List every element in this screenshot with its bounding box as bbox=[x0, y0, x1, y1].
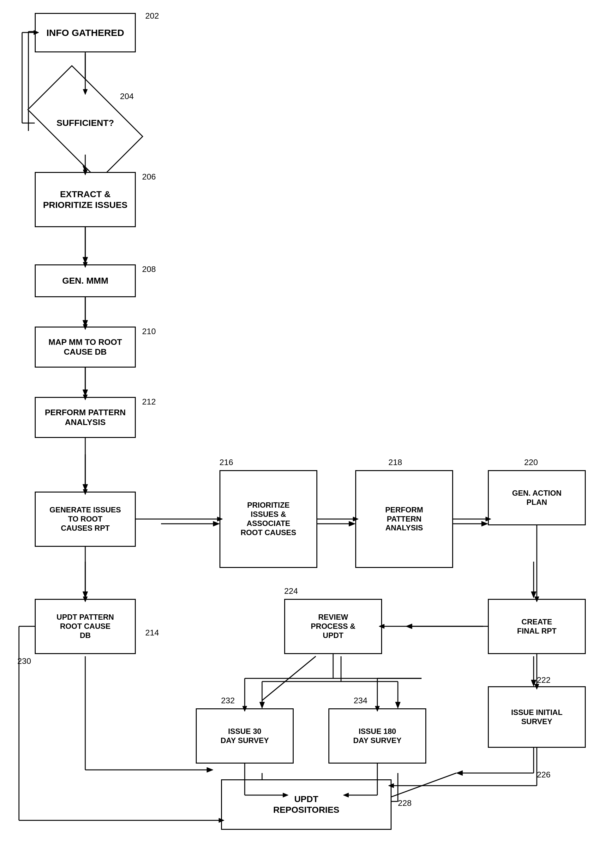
prioritize-box: PRIORITIZEISSUES &ASSOCIATEROOT CAUSES bbox=[219, 470, 317, 568]
svg-marker-34 bbox=[406, 624, 412, 629]
gen-action-box: GEN. ACTIONPLAN bbox=[488, 470, 586, 525]
svg-marker-12 bbox=[83, 390, 88, 396]
issue-30-box: ISSUE 30DAY SURVEY bbox=[196, 708, 294, 764]
updt-repos-box: UPDTREPOSITORIES bbox=[221, 779, 392, 830]
ref-212: 212 bbox=[142, 397, 155, 407]
map-mm-box: MAP MM TO ROOTCAUSE DB bbox=[35, 327, 136, 367]
ref-206: 206 bbox=[142, 172, 155, 182]
svg-line-35 bbox=[262, 656, 316, 701]
review-process-box: REVIEWPROCESS &UPDT bbox=[284, 599, 382, 654]
svg-marker-27 bbox=[531, 592, 536, 598]
ref-222: 222 bbox=[537, 675, 550, 685]
ref-230: 230 bbox=[17, 656, 31, 666]
svg-marker-21 bbox=[207, 767, 213, 772]
ref-214: 214 bbox=[145, 628, 159, 638]
extract-box: EXTRACT &PRIORITIZE ISSUES bbox=[35, 172, 136, 227]
ref-234: 234 bbox=[354, 696, 367, 705]
svg-marker-16 bbox=[213, 521, 219, 526]
ref-202: 202 bbox=[145, 11, 159, 21]
ref-228: 228 bbox=[398, 798, 412, 808]
svg-marker-10 bbox=[83, 320, 88, 327]
perform-pattern-box: PERFORM PATTERNANALYSIS bbox=[35, 397, 136, 438]
svg-marker-8 bbox=[83, 257, 88, 264]
generate-issues-box: GENERATE ISSUESTO ROOTCAUSES RPT bbox=[35, 491, 136, 547]
perform-pattern2-box: PERFORMPATTERNANALYSIS bbox=[355, 470, 453, 568]
create-final-box: CREATEFINAL RPT bbox=[488, 599, 586, 654]
svg-marker-23 bbox=[349, 521, 355, 526]
svg-marker-25 bbox=[482, 521, 488, 526]
ref-220: 220 bbox=[524, 457, 538, 467]
svg-marker-41 bbox=[395, 702, 400, 708]
issue-initial-box: ISSUE INITIALSURVEY bbox=[488, 686, 586, 748]
issue-180-box: ISSUE 180DAY SURVEY bbox=[328, 708, 426, 764]
ref-226: 226 bbox=[537, 770, 550, 780]
ref-216: 216 bbox=[219, 457, 233, 467]
gen-mmm-box: GEN. MMM bbox=[35, 264, 136, 297]
info-gathered-box: INFO GATHERED bbox=[35, 13, 136, 53]
updt-pattern-box: UPDT PATTERNROOT CAUSEDB bbox=[35, 599, 136, 654]
svg-marker-32 bbox=[456, 770, 463, 775]
ref-232: 232 bbox=[221, 696, 235, 705]
ref-208: 208 bbox=[142, 264, 155, 274]
svg-marker-29 bbox=[531, 680, 536, 686]
ref-210: 210 bbox=[142, 327, 155, 336]
svg-marker-14 bbox=[83, 484, 88, 491]
svg-marker-39 bbox=[260, 702, 264, 708]
svg-marker-18 bbox=[83, 592, 88, 598]
ref-224: 224 bbox=[284, 586, 298, 596]
ref-218: 218 bbox=[389, 457, 402, 467]
ref-204: 204 bbox=[120, 91, 134, 101]
